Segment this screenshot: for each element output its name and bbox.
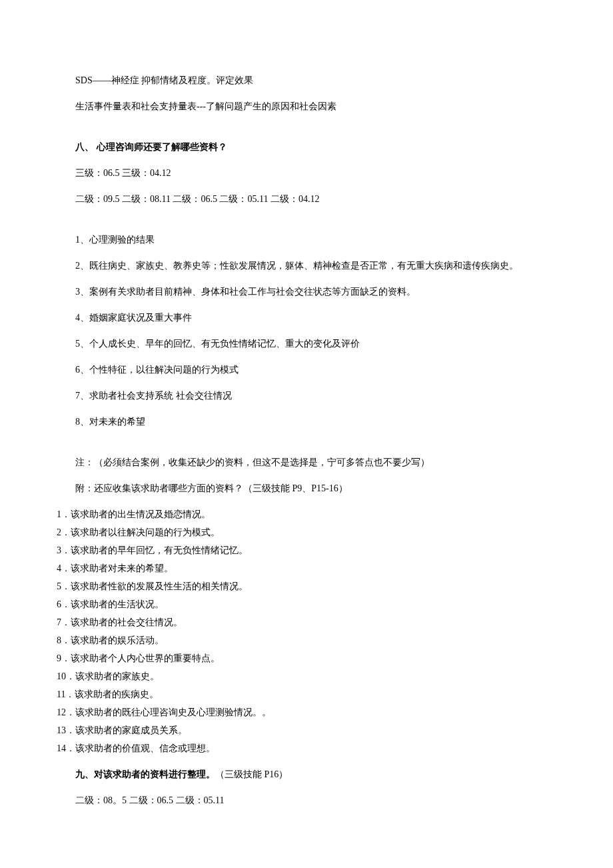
appendix-title: 附：还应收集该求助者哪些方面的资料？（三级技能 P9、P15-16） (57, 481, 556, 495)
section-8-level3: 三级：06.5 三级：04.12 (57, 166, 556, 180)
section-9-title-bold: 九、对该求助者的资料进行整理。 (75, 769, 215, 779)
appendix-item-6: 6．该求助者的生活状况。 (57, 597, 556, 611)
s8-item-2-text: 2、既往病史、家族史、教养史等；性欲发展情况，躯体、精神检查是否正常，有无重大疾… (75, 261, 518, 271)
paragraph-scales: 生活事件量表和社会支持量表---了解问题产生的原因和社会因素 (57, 99, 556, 113)
appendix-item-9: 9．该求助者个人内心世界的重要特点。 (57, 651, 556, 665)
appendix-list: 1．该求助者的出生情况及婚恋情况。 2．该求助者以往解决问题的行为模式。 3．该… (57, 507, 556, 755)
appendix-item-1: 1．该求助者的出生情况及婚恋情况。 (57, 507, 556, 521)
section-8-level2: 二级：09.5 二级：08.11 二级：06.5 二级：05.11 二级：04.… (57, 192, 556, 206)
appendix-item-4: 4．该求助者对未来的希望。 (57, 561, 556, 575)
s8-item-6: 6、个性特征，以往解决问题的行为模式 (57, 363, 556, 377)
s8-item-8: 8、对未来的希望 (57, 415, 556, 429)
section-9-line: 二级：08。5 二级：06.5 二级：05.11 (57, 793, 556, 807)
appendix-item-2: 2．该求助者以往解决问题的行为模式。 (57, 525, 556, 539)
s8-item-3: 3、案例有关求助者目前精神、身体和社会工作与社会交往状态等方面缺乏的资料。 (57, 285, 556, 299)
section-9-title-rest: （三级技能 P16） (215, 769, 288, 779)
appendix-item-13: 13．该求助者的家庭成员关系。 (57, 723, 556, 737)
s8-item-5: 5、个人成长史、早年的回忆、有无负性情绪记忆、重大的变化及评价 (57, 337, 556, 351)
s8-item-7: 7、求助者社会支持系统 社会交往情况 (57, 389, 556, 403)
appendix-item-14: 14．该求助者的价值观、信念或理想。 (57, 741, 556, 755)
note-paragraph: 注：（必须结合案例，收集还缺少的资料，但这不是选择是，宁可多答点也不要少写） (57, 455, 556, 469)
section-9-title: 九、对该求助者的资料进行整理。（三级技能 P16） (57, 767, 556, 781)
s8-item-1: 1、心理测验的结果 (57, 233, 556, 247)
appendix-item-8: 8．该求助者的娱乐活动。 (57, 633, 556, 647)
appendix-item-5: 5．该求助者性欲的发展及性生活的相关情况。 (57, 579, 556, 593)
paragraph-sds: SDS——神经症 抑郁情绪及程度。评定效果 (57, 73, 556, 87)
appendix-item-10: 10．该求助者的家族史。 (57, 669, 556, 683)
s8-item-4: 4、婚姻家庭状况及重大事件 (57, 311, 556, 325)
appendix-item-11: 11．该求助者的疾病史。 (57, 687, 556, 701)
appendix-item-3: 3．该求助者的早年回忆，有无负性情绪记忆。 (57, 543, 556, 557)
appendix-item-7: 7．该求助者的社会交往情况。 (57, 615, 556, 629)
section-8-title: 八、 心理咨询师还要了解哪些资料？ (57, 140, 556, 154)
s8-item-2: 2、既往病史、家族史、教养史等；性欲发展情况，躯体、精神检查是否正常，有无重大疾… (57, 259, 556, 273)
appendix-item-12: 12．该求助者的既往心理咨询史及心理测验情况。。 (57, 705, 556, 719)
